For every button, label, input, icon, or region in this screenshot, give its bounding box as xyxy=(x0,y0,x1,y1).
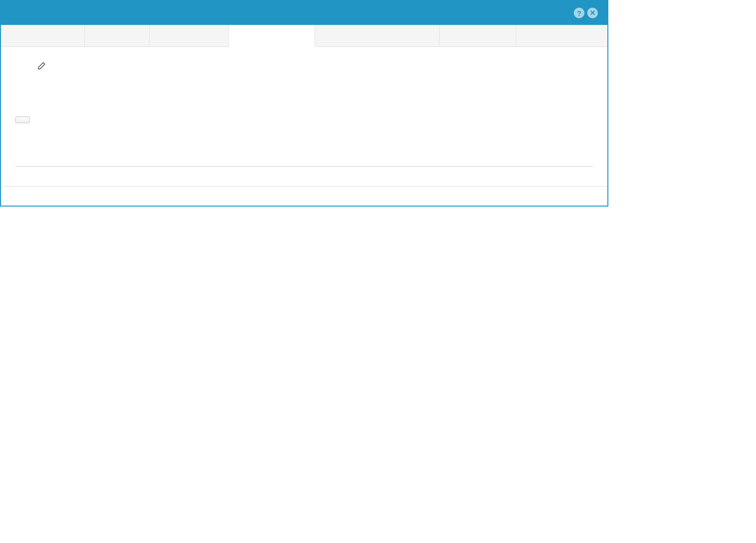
tab-content xyxy=(1,47,607,172)
dialog-footer xyxy=(1,186,607,206)
pool-properties-dialog: ? ✕ xyxy=(0,0,608,207)
tab-spacer xyxy=(516,25,607,46)
table-header-row xyxy=(15,157,593,167)
tab-usage[interactable] xyxy=(150,25,229,46)
col-move-up xyxy=(227,157,295,167)
col-total xyxy=(444,157,521,167)
tab-drives[interactable] xyxy=(85,25,150,46)
tab-bar xyxy=(1,25,607,47)
col-tier xyxy=(15,157,227,167)
help-icon[interactable]: ? xyxy=(574,8,584,18)
col-rebalance xyxy=(372,157,444,167)
tab-general[interactable] xyxy=(1,25,85,46)
col-free xyxy=(521,157,593,167)
edit-icon[interactable] xyxy=(36,61,46,71)
tab-snapshot-settings[interactable] xyxy=(315,25,440,46)
col-move-down xyxy=(294,157,372,167)
scheduled-row xyxy=(15,61,593,71)
close-icon[interactable]: ✕ xyxy=(587,8,598,18)
tab-raid[interactable] xyxy=(440,25,516,46)
tab-fast-vp[interactable] xyxy=(229,25,315,47)
titlebar-icons: ? ✕ xyxy=(574,8,598,18)
tier-table xyxy=(15,157,593,167)
relocation-info-grid xyxy=(15,100,593,107)
dialog-titlebar: ? ✕ xyxy=(1,1,607,25)
start-relocation-button[interactable] xyxy=(15,116,30,123)
